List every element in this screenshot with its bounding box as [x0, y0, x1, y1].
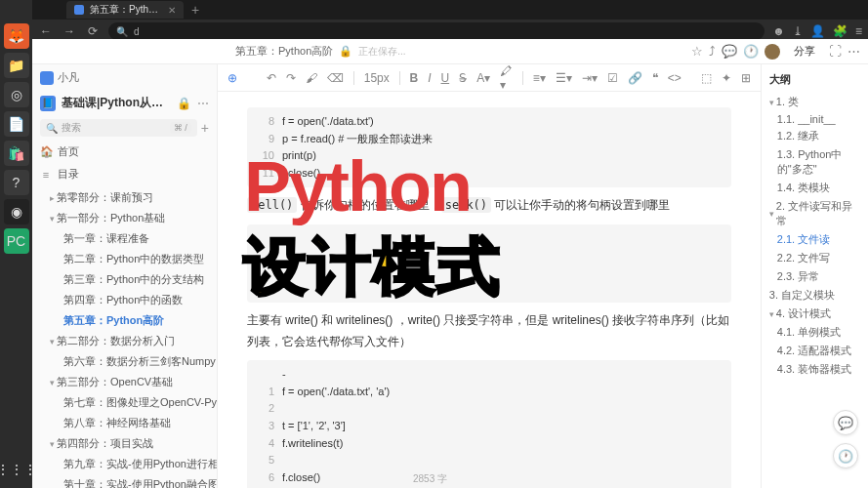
new-page-button[interactable]: +	[201, 120, 209, 136]
toc-item[interactable]: 第八章：神经网络基础	[32, 413, 217, 433]
italic-icon[interactable]: I	[428, 71, 431, 85]
tab-close-icon[interactable]: ✕	[168, 5, 176, 16]
forward-button[interactable]: →	[62, 24, 77, 38]
title-lock-icon: 🔒	[177, 97, 191, 110]
toc-item[interactable]: ▾第三部分：OpenCV基础	[32, 372, 217, 392]
obs-icon[interactable]: ◉	[4, 199, 29, 224]
pycharm-icon[interactable]: PC	[4, 228, 29, 254]
highlight-icon[interactable]: 🖍▾	[500, 64, 513, 92]
tool3-icon[interactable]: ⊞	[741, 71, 751, 85]
nav-toc[interactable]: ≡ 目录	[32, 163, 217, 185]
toc-item[interactable]: ▸第零部分：课前预习	[32, 187, 217, 208]
bold-icon[interactable]: B	[409, 71, 418, 85]
outline-item[interactable]: 2.3. 异常	[769, 267, 860, 286]
text-color-icon[interactable]: A▾	[476, 71, 490, 85]
address-bar[interactable]: 🔍 d	[108, 22, 765, 40]
browser-tab[interactable]: 第五章：Python高阶 ✕	[66, 1, 184, 19]
toc-item[interactable]: 第十章：实战-使用Python融合图像和...	[32, 474, 217, 488]
doc-body[interactable]: 8f = open('./data.txt')9p = f.read() # 一…	[218, 92, 761, 488]
outline-item[interactable]: ▾2. 文件读写和异常	[769, 197, 860, 230]
files-icon[interactable]: 📁	[4, 53, 29, 78]
firefox-icon[interactable]: 🦊	[4, 23, 29, 49]
outline-item[interactable]: 4.1. 单例模式	[769, 323, 860, 342]
toc-item[interactable]: 第五章：Python高阶	[32, 310, 217, 331]
comment-icon[interactable]: 💬	[722, 44, 737, 59]
toc-item[interactable]: 第三章：Python中的分支结构	[32, 269, 217, 290]
menu-icon[interactable]: ≡	[855, 24, 862, 38]
font-size[interactable]: 15px	[364, 71, 390, 85]
toc-item[interactable]: ▾第一部分：Python基础	[32, 208, 217, 228]
toc-item[interactable]: 第二章：Python中的数据类型	[32, 249, 217, 269]
back-button[interactable]: ←	[38, 24, 54, 38]
plus-icon[interactable]: ⊕	[227, 71, 237, 85]
outline-item[interactable]: 2.2. 文件写	[769, 249, 860, 267]
mask-icon[interactable]: ☻	[772, 24, 785, 38]
activity-bar: 🦊 📁 ◎ 📄 🛍️ ? ◉ PC ⋮⋮⋮	[0, 20, 32, 488]
outline-item[interactable]: 2.1. 文件读	[769, 230, 860, 249]
star-icon[interactable]: ☆	[691, 44, 703, 59]
reload-button[interactable]: ⟳	[85, 24, 101, 38]
clear-icon[interactable]: ⌫	[327, 71, 344, 85]
toc-item[interactable]: ▾第二部分：数据分析入门	[32, 331, 217, 351]
tool1-icon[interactable]: ⬚	[701, 71, 712, 85]
workspace-switcher[interactable]: 小凡	[32, 64, 217, 91]
code-block-1[interactable]: 8f = open('./data.txt')9p = f.read() # 一…	[247, 107, 731, 187]
app-icon-2[interactable]: 🛍️	[4, 141, 29, 166]
expand-icon[interactable]: ⛶	[829, 44, 842, 59]
outline-item[interactable]: 4.3. 装饰器模式	[769, 360, 860, 379]
outline-item[interactable]: 3. 自定义模块	[769, 286, 860, 305]
toc-item[interactable]: 第四章：Python中的函数	[32, 290, 217, 310]
redo-icon[interactable]: ↷	[286, 71, 296, 85]
link-icon[interactable]: 🔗	[628, 71, 642, 85]
strike-icon[interactable]: S̶	[459, 71, 467, 85]
app-grid-icon[interactable]: ⋮⋮⋮	[4, 457, 29, 482]
lock-icon: 🔒	[339, 45, 352, 58]
paragraph: tell() 告诉你句柄的位置在哪里，seek() 可以让你手动的将句柄设置到哪…	[247, 195, 731, 217]
code-block-hidden[interactable]	[247, 224, 731, 303]
task-icon[interactable]: ☑	[607, 71, 618, 85]
doc-more-icon[interactable]: ⋯	[197, 97, 209, 110]
upload-icon[interactable]: ⤴	[709, 44, 716, 59]
tool2-icon[interactable]: ✦	[722, 71, 731, 85]
toc-item[interactable]: 第六章：数据分析三剑客Numpy、Pan...	[32, 351, 217, 372]
browser-tab-strip: 第五章：Python高阶 ✕ +	[32, 0, 868, 20]
help-icon[interactable]: ?	[4, 170, 29, 195]
outline-item[interactable]: 1.4. 类模块	[769, 179, 860, 197]
outline-item[interactable]: 4.2. 适配器模式	[769, 342, 860, 360]
indent-icon[interactable]: ⇥▾	[582, 71, 598, 85]
toc-item[interactable]: 第一章：课程准备	[32, 228, 217, 249]
list-icon[interactable]: ☰▾	[556, 71, 572, 85]
avatar[interactable]	[765, 44, 780, 60]
save-icon[interactable]: ⤓	[793, 24, 803, 38]
floating-buttons: 💬 🕐	[833, 410, 858, 468]
nav-home[interactable]: 🏠 首页	[32, 141, 217, 163]
outline-item[interactable]: ▾1. 类	[769, 93, 860, 111]
toc-item[interactable]: 第七章：图像处理之OpenCV-Python	[32, 392, 217, 413]
writer-icon[interactable]: 📄	[4, 111, 29, 137]
extensions-icon[interactable]: 🧩	[833, 24, 847, 38]
outline-item[interactable]: 1.2. 继承	[769, 127, 860, 145]
outline-item[interactable]: 1.3. Python中的"多态"	[769, 145, 860, 179]
code-block-3[interactable]: -1f = open('./data.txt', 'a')23t = ['1',…	[247, 360, 731, 488]
new-tab-button[interactable]: +	[191, 2, 199, 18]
history-button[interactable]: 🕐	[833, 443, 858, 468]
breadcrumb-item[interactable]: 第五章：Python高阶	[235, 44, 333, 59]
clock-icon[interactable]: 🕐	[743, 44, 759, 59]
account-icon[interactable]: 👤	[810, 24, 825, 38]
outline-item[interactable]: 1.1. __init__	[769, 111, 860, 127]
app-icon-1[interactable]: ◎	[4, 82, 29, 107]
more-icon[interactable]: ⋯	[847, 44, 860, 59]
toc-item[interactable]: 第九章：实战-使用Python进行相机的...	[32, 454, 217, 474]
doc-header: 第五章：Python高阶 🔒 正在保存... ☆ ⤴ 💬 🕐 分享 ⛶ ⋯	[32, 39, 868, 64]
toc-item[interactable]: ▾第四部分：项目实战	[32, 433, 217, 454]
share-button[interactable]: 分享	[786, 42, 823, 61]
align-icon[interactable]: ≡▾	[533, 71, 546, 85]
quote-icon[interactable]: ❝	[652, 71, 658, 85]
search-input[interactable]: 🔍 搜索 ⌘ /	[40, 119, 197, 137]
outline-item[interactable]: ▾4. 设计模式	[769, 305, 860, 323]
underline-icon[interactable]: U	[440, 71, 449, 85]
code-icon[interactable]: <>	[668, 71, 682, 85]
brush-icon[interactable]: 🖌	[306, 71, 317, 85]
undo-icon[interactable]: ↶	[267, 71, 276, 85]
chat-button[interactable]: 💬	[833, 410, 858, 435]
